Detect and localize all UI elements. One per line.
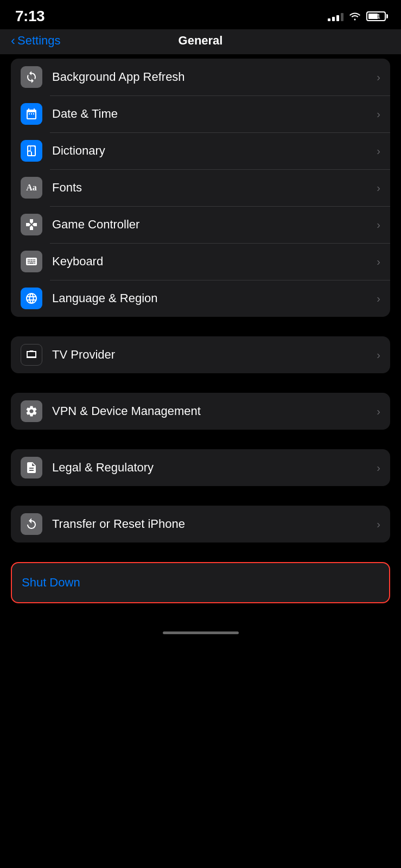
settings-row-fonts[interactable]: Aa Fonts › bbox=[11, 169, 390, 206]
background-app-refresh-chevron: › bbox=[377, 71, 380, 84]
tv-provider-label: TV Provider bbox=[52, 348, 377, 362]
keyboard-label: Keyboard bbox=[52, 254, 377, 269]
dictionary-icon bbox=[21, 140, 42, 162]
status-bar: 7:13 61 bbox=[0, 0, 401, 29]
settings-row-date-time[interactable]: Date & Time › bbox=[11, 95, 390, 132]
settings-group-2: TV Provider › bbox=[11, 336, 390, 373]
home-indicator bbox=[0, 623, 401, 639]
settings-row-shutdown[interactable]: Shut Down bbox=[12, 563, 389, 602]
tv-provider-icon bbox=[21, 344, 42, 366]
legal-label: Legal & Regulatory bbox=[52, 461, 377, 475]
back-button[interactable]: ‹ Settings bbox=[11, 33, 61, 48]
background-app-refresh-icon bbox=[21, 66, 42, 88]
game-controller-label: Game Controller bbox=[52, 218, 377, 232]
fonts-label: Fonts bbox=[52, 181, 377, 195]
vpn-icon bbox=[21, 400, 42, 422]
dictionary-chevron: › bbox=[377, 145, 380, 157]
battery-icon: 61 bbox=[366, 11, 386, 21]
fonts-chevron: › bbox=[377, 182, 380, 194]
settings-row-transfer-reset[interactable]: Transfer or Reset iPhone › bbox=[11, 506, 390, 542]
settings-row-background-app-refresh[interactable]: Background App Refresh › bbox=[11, 59, 390, 95]
status-icons: 61 bbox=[328, 11, 386, 21]
home-bar bbox=[163, 631, 239, 634]
transfer-reset-icon bbox=[21, 513, 42, 535]
nav-header: ‹ Settings General bbox=[0, 29, 401, 54]
shutdown-label: Shut Down bbox=[22, 576, 80, 590]
settings-row-dictionary[interactable]: Dictionary › bbox=[11, 132, 390, 169]
language-region-label: Language & Region bbox=[52, 291, 377, 305]
transfer-reset-chevron: › bbox=[377, 518, 380, 531]
page-title: General bbox=[179, 34, 223, 48]
date-time-icon bbox=[21, 103, 42, 125]
language-region-chevron: › bbox=[377, 292, 380, 305]
wifi-icon bbox=[349, 12, 361, 21]
shutdown-group: Shut Down bbox=[11, 562, 390, 603]
settings-group-4: Legal & Regulatory › bbox=[11, 449, 390, 486]
settings-row-keyboard[interactable]: Keyboard › bbox=[11, 243, 390, 280]
date-time-chevron: › bbox=[377, 108, 380, 120]
settings-row-tv-provider[interactable]: TV Provider › bbox=[11, 336, 390, 373]
game-controller-icon bbox=[21, 214, 42, 235]
tv-provider-chevron: › bbox=[377, 349, 380, 361]
settings-group-3: VPN & Device Management › bbox=[11, 393, 390, 430]
background-app-refresh-label: Background App Refresh bbox=[52, 70, 377, 84]
legal-chevron: › bbox=[377, 462, 380, 474]
vpn-label: VPN & Device Management bbox=[52, 404, 377, 418]
transfer-reset-label: Transfer or Reset iPhone bbox=[52, 517, 377, 531]
status-time: 7:13 bbox=[15, 8, 44, 25]
signal-icon bbox=[328, 11, 343, 21]
settings-row-game-controller[interactable]: Game Controller › bbox=[11, 206, 390, 243]
legal-icon bbox=[21, 457, 42, 478]
date-time-label: Date & Time bbox=[52, 107, 377, 121]
game-controller-chevron: › bbox=[377, 219, 380, 231]
settings-row-language-region[interactable]: Language & Region › bbox=[11, 280, 390, 317]
keyboard-chevron: › bbox=[377, 256, 380, 268]
settings-row-legal[interactable]: Legal & Regulatory › bbox=[11, 449, 390, 486]
back-label: Settings bbox=[17, 34, 61, 48]
vpn-chevron: › bbox=[377, 405, 380, 418]
fonts-icon: Aa bbox=[21, 177, 42, 199]
back-chevron-icon: ‹ bbox=[11, 33, 15, 48]
keyboard-icon bbox=[21, 251, 42, 272]
settings-content: Background App Refresh › Date & Time › D… bbox=[0, 54, 401, 603]
dictionary-label: Dictionary bbox=[52, 144, 377, 158]
settings-group-5: Transfer or Reset iPhone › bbox=[11, 506, 390, 542]
language-region-icon bbox=[21, 288, 42, 309]
settings-row-vpn[interactable]: VPN & Device Management › bbox=[11, 393, 390, 430]
settings-group-1: Background App Refresh › Date & Time › D… bbox=[11, 59, 390, 317]
